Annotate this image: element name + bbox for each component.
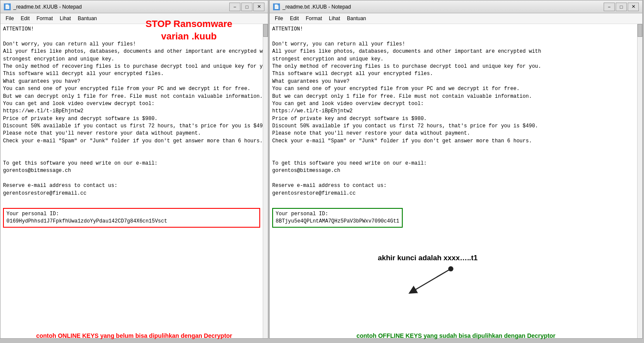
left-email-2: gerentosrestore@firemail.cc (3, 190, 260, 197)
right-menu-lihat[interactable]: Lihat (325, 15, 343, 22)
left-menu-format[interactable]: Format (33, 15, 56, 22)
left-line-attention: ATTENTION! (3, 26, 260, 33)
right-title-bar: 📄 _readme.txt .KUUB - Notepad − □ ✕ (270, 0, 642, 13)
right-line-12: Discount 50% available if you contact us… (272, 123, 635, 130)
left-email-1: gorentos@bitmessage.ch (3, 167, 260, 175)
left-title-text: _readme.txt .KUUB - Notepad (13, 4, 229, 10)
right-line-15: To get this software you need write on o… (272, 160, 635, 167)
right-menu-format[interactable]: Format (302, 15, 325, 22)
left-line-10: https://we.tl/t-iBpEhjntw2 (3, 108, 260, 115)
left-personal-id-label: Your personal ID: (6, 211, 257, 218)
right-scrollbar[interactable] (637, 24, 642, 338)
right-line-2: All your files like photos, databases, d… (272, 48, 635, 55)
left-title-buttons: − □ ✕ (229, 3, 264, 11)
left-scrollbar[interactable] (263, 24, 268, 338)
right-personal-id-label: Your personal ID: (276, 211, 399, 218)
left-line-15: To get this software you need write on o… (3, 160, 260, 167)
right-line-4: The only method of recovering files is t… (272, 63, 635, 70)
right-line-3: strongest encryption and unique key. (272, 56, 635, 63)
left-close-button[interactable]: ✕ (253, 3, 264, 11)
left-title-bar: 📄 _readme.txt .KUUB - Notepad − □ ✕ (0, 0, 268, 13)
right-line-11: Price of private key and decrypt softwar… (272, 115, 635, 123)
right-content-with-scroll: ATTENTION! Don't worry, you can return a… (270, 24, 642, 338)
left-notepad-window: 📄 _readme.txt .KUUB - Notepad − □ ✕ File… (0, 0, 268, 339)
right-text-block: ATTENTION! Don't worry, you can return a… (270, 24, 637, 229)
left-line-3: strongest encryption and unique key. (3, 56, 260, 63)
right-menu-bar: File Edit Format Lihat Bantuan (270, 13, 642, 24)
left-minimize-button[interactable]: − (229, 3, 240, 11)
right-scrollbar-thumb[interactable] (638, 24, 642, 37)
right-line-16: Reserve e-mail address to contact us: (272, 182, 635, 190)
right-personal-id-value: 8BTjyu5e4QPLntAMA7QHz5PaV3bPWxv7090c4Gt1 (276, 218, 399, 225)
right-line-7: You can send one of your encrypted file … (272, 85, 635, 93)
right-email-2: gerentosrestore@firemail.cc (272, 190, 635, 197)
left-menu-edit[interactable]: Edit (17, 15, 33, 22)
right-line-14: Check your e-mail "Spam" or "Junk" folde… (272, 138, 635, 145)
left-menu-lihat[interactable]: Lihat (56, 15, 74, 22)
left-content-with-scroll: ATTENTION! Don't worry, you can return a… (0, 24, 268, 338)
left-line-16: Reserve e-mail address to contact us: (3, 182, 260, 190)
right-line-10: https://we.tl/t-iBpEhjntw2 (272, 108, 635, 115)
right-title-buttons: − □ ✕ (604, 3, 639, 11)
right-line-1: Don't worry, you can return all your fil… (272, 41, 635, 48)
right-line-13: Please note that you'll never restore yo… (272, 130, 635, 137)
left-personal-id-value: 0169HydPhhsd1J7FpkfhUwa1zdoYyPdau142CD7g… (6, 218, 257, 225)
right-line-5: This software will decrypt all your encr… (272, 70, 635, 78)
left-line-1: Don't worry, you can return all your fil… (3, 41, 260, 48)
right-line-6: What guarantees you have? (272, 78, 635, 85)
right-line-8: But we can decrypt only 1 file for free.… (272, 93, 635, 100)
right-line-9: You can get and look video overview decr… (272, 100, 635, 108)
left-menu-bar: File Edit Format Lihat Bantuan (0, 13, 268, 24)
left-scrollbar-thumb[interactable] (263, 24, 268, 37)
left-line-9: You can get and look video overview decr… (3, 100, 260, 108)
left-line-5: This software will decrypt all your encr… (3, 70, 260, 78)
right-line-attention: ATTENTION! (272, 26, 635, 33)
left-maximize-button[interactable]: □ (241, 3, 252, 11)
left-line-6: What guarantees you have? (3, 78, 260, 85)
left-text-block: ATTENTION! Don't worry, you can return a… (0, 24, 263, 229)
left-window-icon: 📄 (4, 3, 11, 10)
right-personal-id-section: Your personal ID: 8BTjyu5e4QPLntAMA7QHz5… (272, 205, 403, 228)
left-menu-file[interactable]: File (2, 15, 17, 22)
left-menu-bantuan[interactable]: Bantuan (74, 15, 100, 22)
right-menu-file[interactable]: File (271, 15, 286, 22)
right-close-button[interactable]: ✕ (628, 3, 639, 11)
right-window-icon: 📄 (273, 3, 280, 10)
right-minimize-button[interactable]: − (604, 3, 615, 11)
right-personal-id-box: Your personal ID: 8BTjyu5e4QPLntAMA7QHz5… (272, 208, 403, 228)
right-maximize-button[interactable]: □ (616, 3, 627, 11)
right-notepad-window: 📄 _readme.txt .KUUB - Notepad − □ ✕ File… (269, 0, 643, 339)
right-content-inner: ATTENTION! Don't worry, you can return a… (270, 24, 637, 338)
left-line-8: But we can decrypt only 1 file for free.… (3, 93, 260, 100)
windows-container: 📄 _readme.txt .KUUB - Notepad − □ ✕ File… (0, 0, 644, 343)
left-line-2: All your files like photos, databases, d… (3, 48, 260, 55)
left-line-13: Please note that you'll never restore yo… (3, 130, 260, 137)
right-email-1: gorentos@bitmessage.ch (272, 167, 635, 175)
left-content-inner: ATTENTION! Don't worry, you can return a… (0, 24, 263, 338)
left-personal-id-box: Your personal ID: 0169HydPhhsd1J7FpkfhUw… (3, 208, 260, 228)
left-line-14: Check your e-mail "Spam" or "Junk" folde… (3, 138, 260, 145)
left-line-12: Discount 50% available if you contact us… (3, 123, 260, 130)
left-line-7: You can send one of your encrypted file … (3, 85, 260, 93)
right-menu-edit[interactable]: Edit (286, 15, 302, 22)
left-line-11: Price of private key and decrypt softwar… (3, 115, 260, 123)
right-menu-bantuan[interactable]: Bantuan (343, 15, 370, 22)
left-line-4: The only method of recovering files is t… (3, 63, 260, 70)
right-title-text: _readme.txt .KUUB - Notepad (283, 4, 604, 10)
